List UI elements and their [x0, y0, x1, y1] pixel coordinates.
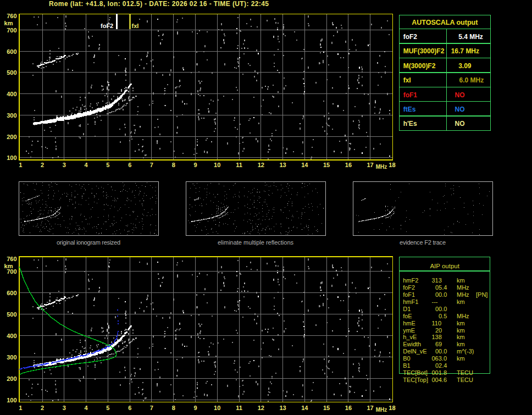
svg-text:100: 100 — [7, 154, 16, 161]
svg-text:17: 17 — [367, 162, 373, 168]
svg-text:063.0: 063.0 — [432, 355, 447, 362]
svg-text:00.0: 00.0 — [435, 348, 447, 355]
svg-text:h_vE: h_vE — [403, 334, 417, 340]
svg-text:05.4: 05.4 — [435, 284, 447, 291]
svg-text:16.7 MHz: 16.7 MHz — [451, 47, 479, 55]
svg-text:hmF2: hmF2 — [403, 277, 418, 284]
svg-text:foE: foE — [403, 313, 412, 319]
svg-text:00.0: 00.0 — [435, 306, 447, 312]
svg-text:AUTOSCALA output: AUTOSCALA output — [412, 19, 478, 26]
svg-text:hmE: hmE — [403, 320, 415, 327]
svg-text:MHz: MHz — [376, 164, 387, 170]
svg-text:TEC[Bot]: TEC[Bot] — [403, 369, 428, 376]
svg-text:11: 11 — [236, 162, 242, 168]
svg-text:15: 15 — [323, 405, 330, 411]
svg-text:3: 3 — [63, 405, 66, 411]
svg-text:B0: B0 — [403, 355, 410, 362]
svg-text:12: 12 — [258, 162, 264, 168]
svg-text:DelN_vE: DelN_vE — [403, 348, 426, 355]
svg-text:13: 13 — [279, 405, 286, 411]
svg-text:8: 8 — [172, 162, 175, 168]
svg-text:14: 14 — [301, 162, 308, 168]
svg-text:TEC[Top]: TEC[Top] — [403, 377, 428, 383]
svg-text:TECU: TECU — [457, 369, 473, 376]
svg-text:001.8: 001.8 — [432, 369, 447, 376]
svg-text:12: 12 — [258, 405, 264, 411]
svg-text:14: 14 — [301, 405, 308, 411]
svg-text:5: 5 — [106, 405, 109, 411]
svg-text:10: 10 — [214, 162, 220, 168]
svg-text:11: 11 — [236, 405, 242, 411]
svg-text:760: 760 — [7, 13, 16, 19]
svg-text:16: 16 — [345, 405, 352, 411]
svg-text:600: 600 — [7, 290, 16, 296]
svg-text:69: 69 — [435, 341, 442, 347]
svg-text:km: km — [4, 20, 13, 26]
svg-text:3: 3 — [63, 162, 66, 168]
svg-text:700: 700 — [7, 268, 16, 275]
svg-text:TECU: TECU — [457, 377, 473, 383]
svg-text:MHz: MHz — [457, 313, 469, 319]
svg-text:18: 18 — [389, 405, 395, 411]
svg-text:MHz: MHz — [376, 407, 387, 413]
svg-text:Rome (lat: +41.8, lon: 012.5): Rome (lat: +41.8, lon: 012.5) - DATE: 20… — [49, 0, 269, 8]
svg-text:9: 9 — [193, 162, 197, 168]
svg-text:500: 500 — [7, 69, 16, 76]
svg-text:4: 4 — [85, 162, 88, 168]
svg-text:NO: NO — [455, 106, 465, 113]
svg-text:6: 6 — [128, 405, 131, 411]
svg-text:foF1: foF1 — [403, 291, 415, 298]
svg-text:MHz: MHz — [457, 284, 469, 291]
svg-text:evidence F2 trace: evidence F2 trace — [400, 239, 446, 246]
svg-text:foF2: foF2 — [403, 33, 418, 41]
svg-text:km: km — [457, 341, 465, 347]
svg-text:300: 300 — [7, 112, 16, 119]
svg-text:hmF1: hmF1 — [403, 298, 418, 305]
svg-text:7: 7 — [150, 405, 153, 411]
svg-text:original ionogram resized: original ionogram resized — [57, 239, 120, 246]
svg-text:km: km — [457, 327, 465, 334]
svg-text:110: 110 — [432, 320, 442, 327]
svg-text:km: km — [457, 355, 465, 362]
svg-text:3.09: 3.09 — [458, 62, 472, 70]
svg-text:MUF(3000)F2: MUF(3000)F2 — [403, 47, 445, 55]
svg-text:16: 16 — [345, 162, 352, 168]
svg-text:2: 2 — [41, 405, 44, 411]
svg-text:D1: D1 — [403, 306, 411, 312]
svg-text:8: 8 — [172, 405, 175, 411]
svg-text:foF1: foF1 — [403, 91, 418, 99]
svg-text:400: 400 — [7, 333, 16, 339]
svg-text:---: --- — [432, 298, 438, 305]
svg-text:7: 7 — [150, 162, 153, 168]
svg-text:[PN]: [PN] — [476, 291, 487, 298]
svg-text:MHz: MHz — [457, 291, 469, 298]
svg-text:0.5: 0.5 — [439, 313, 447, 319]
svg-text:foF2: foF2 — [403, 284, 415, 291]
svg-text:02.4: 02.4 — [435, 362, 447, 369]
svg-text:NO: NO — [455, 120, 465, 128]
svg-text:B1: B1 — [403, 362, 410, 369]
svg-text:fxI: fxI — [132, 23, 139, 29]
svg-text:10: 10 — [214, 405, 220, 411]
svg-text:5.4 MHz: 5.4 MHz — [458, 33, 483, 41]
svg-text:13: 13 — [279, 162, 286, 168]
svg-text:1: 1 — [19, 162, 22, 168]
svg-text:400: 400 — [7, 91, 16, 97]
svg-text:138: 138 — [432, 334, 442, 340]
svg-text:NO: NO — [455, 91, 465, 99]
svg-text:5: 5 — [106, 162, 109, 168]
svg-text:600: 600 — [7, 48, 16, 55]
svg-text:00.0: 00.0 — [435, 291, 447, 298]
svg-text:9: 9 — [193, 405, 197, 411]
svg-text:4: 4 — [85, 405, 88, 411]
svg-text:6.0 MHz: 6.0 MHz — [459, 76, 484, 84]
svg-text:m^(-3): m^(-3) — [457, 348, 474, 355]
svg-text:15: 15 — [323, 162, 330, 168]
svg-text:foF2: foF2 — [101, 23, 113, 29]
svg-text:km: km — [457, 298, 465, 305]
svg-text:200: 200 — [7, 134, 16, 140]
svg-text:Ewidth: Ewidth — [403, 341, 421, 347]
svg-text:313: 313 — [432, 277, 442, 284]
svg-text:km: km — [457, 334, 465, 340]
svg-text:ftEs: ftEs — [403, 106, 416, 113]
